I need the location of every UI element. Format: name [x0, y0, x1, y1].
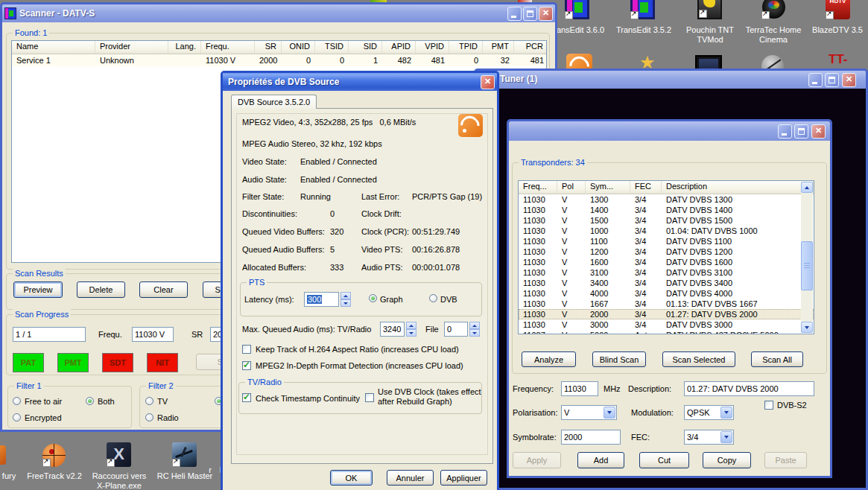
both-radio[interactable]	[86, 397, 94, 405]
desktop-icon-label[interactable]: Pouchin TNT	[677, 25, 744, 34]
scroll-up-button[interactable]	[801, 182, 813, 193]
chevron-down-icon[interactable]	[720, 431, 732, 443]
column-header[interactable]: PMT	[483, 41, 514, 54]
apply-button[interactable]: Apply	[513, 452, 561, 468]
progress-field[interactable]: 1 / 1	[13, 327, 86, 342]
tab-dvb-source[interactable]: DVB Source 3.5.2.0	[231, 95, 317, 109]
column-header[interactable]: SR	[255, 41, 282, 54]
vertical-scrollbar[interactable]	[801, 182, 813, 333]
tuner-titlebar[interactable]: Tuner (1)	[476, 71, 866, 89]
chevron-down-icon[interactable]	[720, 407, 732, 419]
desktop-icon-label[interactable]: X-Plane.exe	[86, 481, 153, 490]
transponder-row[interactable]: 11087 V 5000 Auto DATV DVBS 437 DG0VE 50…	[519, 330, 814, 334]
column-header[interactable]: TPID	[449, 41, 483, 54]
dvbs2-checkbox[interactable]	[764, 401, 773, 410]
frequ-field[interactable]: 11030 V	[132, 327, 174, 342]
column-header[interactable]: Provider	[95, 41, 168, 54]
paste-button[interactable]: Paste	[764, 452, 807, 468]
column-header[interactable]: Name	[12, 41, 95, 54]
transponder-row[interactable]: 11030 V 1100 3/4 DATV DVBS 1100	[519, 236, 814, 246]
ok-button[interactable]: OK	[330, 470, 373, 486]
close-button[interactable]	[539, 7, 553, 21]
graph-radio[interactable]	[369, 294, 377, 302]
cut-button[interactable]: Cut	[639, 452, 689, 468]
add-button[interactable]: Add	[577, 452, 624, 468]
dvb-clock-checkbox[interactable]	[365, 393, 374, 402]
transponder-list[interactable]: Freq...PolSym...FECDescription 11030 V 1…	[518, 180, 814, 334]
desktop-icon-label[interactable]: Raccourci vers	[86, 471, 153, 480]
chevron-down-icon[interactable]	[604, 407, 615, 419]
cancel-button[interactable]: Annuler	[387, 470, 434, 486]
dialog-titlebar[interactable]: Propriétés de DVB Source	[223, 73, 497, 91]
radio-radio[interactable]	[145, 413, 153, 421]
fec-select[interactable]: 3/4	[684, 430, 734, 445]
modulation-select[interactable]: QPSK	[684, 405, 734, 420]
free-to-air-radio[interactable]	[13, 397, 21, 405]
column-header[interactable]: Freq...	[519, 181, 557, 194]
desktop-icon-label[interactable]: FreeTrack v2.2	[20, 471, 89, 480]
cut-off-icon[interactable]	[0, 445, 6, 465]
dvb-radio[interactable]	[429, 294, 437, 302]
polarisation-select[interactable]: V	[561, 405, 617, 420]
transponder-row[interactable]: 11030 V 1200 3/4 DATV DVBS 1200	[519, 246, 814, 257]
option-checkbox-row[interactable]: MPEG2 In-Depth Format Detection (increas…	[242, 357, 463, 374]
column-header[interactable]: Description	[662, 181, 814, 194]
transponder-row[interactable]: 11030 V 1000 3/4 01.04: DATV DVBS 1000	[519, 226, 814, 236]
transponder-row[interactable]: 11030 V 3100 3/4 DATV DVBS 3100	[519, 267, 814, 278]
frequency-input[interactable]: 11030	[561, 381, 598, 396]
transponder-titlebar[interactable]	[509, 121, 830, 141]
minimize-button[interactable]	[778, 124, 792, 139]
column-header[interactable]: Pol	[557, 181, 586, 194]
transponder-row[interactable]: 11030 V 1600 3/4 DATV DVBS 1600	[519, 257, 814, 267]
column-header[interactable]: PCR	[514, 41, 547, 54]
desktop-icon-label[interactable]: BlazeDTV 3.5	[807, 25, 868, 34]
scan-selected-button[interactable]: Scan Selected	[662, 351, 735, 367]
option-checkbox-row[interactable]: Keep Track of H.264 Aspect Ratio (increa…	[242, 341, 463, 357]
column-header[interactable]: Frequ.	[201, 41, 255, 54]
scroll-down-button[interactable]	[801, 322, 813, 333]
checkbox-icon[interactable]	[242, 345, 251, 354]
max-audio-file-input[interactable]: 0	[444, 322, 468, 337]
column-header[interactable]: ONID	[282, 41, 315, 54]
blind-scan-button[interactable]: Blind Scan	[592, 351, 646, 367]
service-row[interactable]: Service 1 Unknown 11030 V 2000 0 0 1 482…	[12, 54, 546, 66]
minimize-button[interactable]	[507, 7, 522, 21]
column-header[interactable]: Lang.	[168, 41, 201, 54]
column-header[interactable]: FEC	[630, 181, 662, 194]
max-audio-tv-spinner[interactable]	[406, 322, 416, 337]
transponder-row[interactable]: 11030 V 3000 3/4 DATV DVBS 3000	[519, 319, 814, 330]
timestamp-checkbox[interactable]	[242, 393, 251, 402]
apply-button[interactable]: Appliquer	[440, 470, 487, 486]
scrollbar-thumb[interactable]	[801, 241, 813, 290]
delete-button[interactable]: Delete	[77, 281, 125, 298]
transponder-row[interactable]: 11030 V 1500 3/4 DATV DVBS 1500	[519, 215, 814, 226]
transponder-row[interactable]: 11030 V 1300 3/4 DATV DVBS 1300	[519, 194, 814, 205]
tt-logo-icon[interactable]: TT-	[829, 52, 848, 67]
latency-input[interactable]: 300	[304, 292, 339, 307]
transponder-row[interactable]: 11030 V 1400 3/4 DATV DVBS 1400	[519, 205, 814, 215]
description-input[interactable]: 01.27: DATV DVBS 2000	[684, 381, 814, 396]
column-header[interactable]: TSID	[315, 41, 349, 54]
analyze-button[interactable]: Analyze	[522, 351, 576, 367]
desktop-icon-label[interactable]: TVMod	[677, 35, 744, 44]
minimize-button[interactable]	[808, 73, 823, 87]
max-audio-tv-input[interactable]: 3240	[380, 322, 405, 337]
transponder-row[interactable]: 11030 V 2000 3/4 01.27: DATV DVBS 2000	[519, 309, 814, 319]
desktop-icon-label[interactable]: TransEdit 3.5.2	[609, 25, 678, 34]
transponder-row[interactable]: 11030 V 1667 3/4 01.13: DATV DVBS 1667	[519, 299, 814, 309]
column-header[interactable]: Sym...	[586, 181, 630, 194]
maximize-button[interactable]	[523, 7, 537, 21]
transponder-row[interactable]: 11030 V 3400 3/4 DATV DVBS 3400	[519, 278, 814, 288]
clear-button[interactable]: Clear	[139, 281, 188, 298]
checkbox-icon[interactable]	[242, 361, 251, 370]
column-header[interactable]: VPID	[416, 41, 449, 54]
preview-button[interactable]: Preview	[13, 281, 63, 298]
tv-radio[interactable]	[145, 397, 153, 405]
column-header[interactable]: APID	[382, 41, 416, 54]
scanner-titlebar[interactable]: Scanner - DATV-S	[2, 4, 555, 22]
desktop-icon-label[interactable]: Cinema	[740, 35, 807, 44]
copy-button[interactable]: Copy	[703, 452, 751, 468]
desktop-icon-label[interactable]: TerraTec Home	[740, 25, 807, 34]
max-audio-file-spinner[interactable]	[469, 322, 480, 337]
maximize-button[interactable]	[794, 124, 808, 139]
